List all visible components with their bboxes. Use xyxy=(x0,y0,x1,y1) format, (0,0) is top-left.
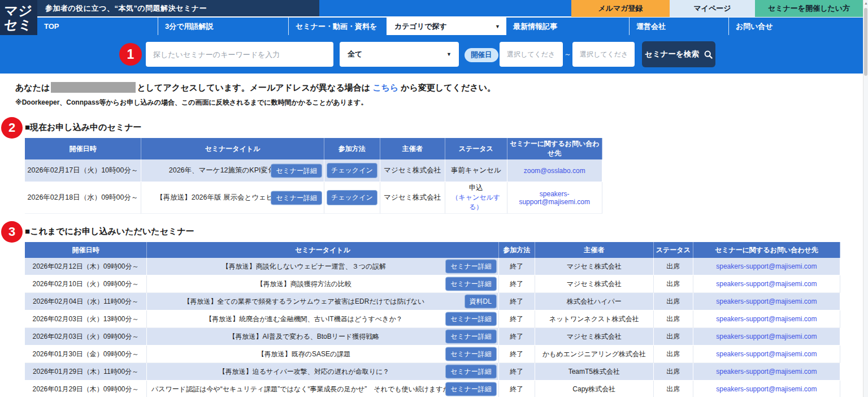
nav-contact[interactable]: お問い合せ xyxy=(729,18,868,35)
seminar-method: 終了 xyxy=(499,363,535,381)
contact-email-link[interactable]: speakers-support@majisemi.com xyxy=(519,190,590,206)
seminar-search-button[interactable]: セミナーを検索 xyxy=(642,41,715,67)
contact-email-link[interactable]: speakers-support@majisemi.com xyxy=(716,385,817,393)
seminar-detail-button[interactable]: セミナー詳細 xyxy=(445,260,497,274)
contact-email-link[interactable]: speakers-support@majisemi.com xyxy=(716,350,817,358)
seminar-host: マジセミ株式会社 xyxy=(535,328,654,346)
col-contact: セミナーに関するお問い合わせ先 xyxy=(507,138,602,159)
col-method: 参加方法 xyxy=(499,242,535,258)
seminar-title: 【再放送】AI普及で変わる、BtoBリード獲得戦略 xyxy=(229,333,380,340)
seminar-detail-button[interactable]: セミナー詳細 xyxy=(271,191,322,205)
table-row: 2026年02月10日（火）09時00分～ 【再放送】商談獲得方法の比較セミナー… xyxy=(25,275,840,293)
contact-email-link[interactable]: zoom@osslabo.com xyxy=(524,167,585,175)
document-download-button[interactable]: 資料DL xyxy=(465,295,497,309)
chevron-down-icon: ▼ xyxy=(446,51,452,57)
category-filter-select[interactable]: 全て ▼ xyxy=(340,42,459,67)
site-tagline: 参加者の役に立つ、“本気”の問題解決セミナー xyxy=(45,3,207,14)
nav-company[interactable]: 運営会社 xyxy=(630,18,729,35)
nav-news[interactable]: 最新情報記事 xyxy=(506,18,630,35)
mypage-button[interactable]: マイページ xyxy=(670,0,755,17)
seminar-search-button-label: セミナーを検索 xyxy=(645,49,699,59)
seminar-date: 2026年02月17日（火）10時00分～ xyxy=(25,159,141,182)
date-to-input[interactable] xyxy=(572,42,635,67)
annotation-badge-3: 3 xyxy=(1,221,23,243)
nav-top[interactable]: TOP xyxy=(37,18,158,35)
seminar-detail-button[interactable]: セミナー詳細 xyxy=(445,312,497,326)
col-host: 主催者 xyxy=(535,242,654,258)
scroll-up-icon[interactable]: ▲ xyxy=(864,1,868,5)
table-row: 2026年02月12日（木）09時00分～ 【再放送】商談化しないウェビナー運営… xyxy=(25,258,840,275)
topbar-filler xyxy=(319,0,571,16)
table-row: 2026年02月03日（火）09時00分～ 【再放送】AI普及で変わる、BtoB… xyxy=(25,328,840,346)
logo-line-1: マジ xyxy=(3,3,34,18)
seminar-method: 終了 xyxy=(499,310,535,328)
seminar-date: 2026年02月03日（火）09時00分～ xyxy=(25,328,147,346)
checkin-button[interactable]: チェックイン xyxy=(327,190,377,205)
col-date: 開催日時 xyxy=(25,242,147,258)
table-row: 2026年02月18日（水）09時00分～ 【再放送】2026年版 展示会とウェ… xyxy=(25,182,602,214)
host-seminar-button[interactable]: セミナーを開催したい方 xyxy=(755,0,863,17)
scrollbar-thumb[interactable] xyxy=(864,8,867,76)
seminar-date: 2026年02月18日（水）09時00分～ xyxy=(25,182,141,214)
main-content: あなたはとしてアクセスしています。メールアドレスが異なる場合はこちらから変更して… xyxy=(0,74,868,397)
seminar-status: 出席 xyxy=(654,275,693,293)
seminar-date: 2026年02月03日（火）13時00分～ xyxy=(25,310,147,328)
annotation-badge-2: 2 xyxy=(1,117,23,139)
keyword-search-input[interactable] xyxy=(146,42,333,67)
seminar-method: 終了 xyxy=(499,293,535,310)
past-seminars-table: 開催日時 セミナータイトル 参加方法 主催者 ステータス セミナーに関するお問い… xyxy=(25,242,840,397)
nav-seminar-media[interactable]: セミナー・動画・資料を xyxy=(289,18,387,35)
col-contact: セミナーに関するお問い合わせ先 xyxy=(693,242,840,258)
nav-category-select[interactable]: カテゴリで探す ▼ xyxy=(387,18,506,35)
date-filter-label: 開催日 xyxy=(465,48,498,62)
date-range-separator: ～ xyxy=(564,49,571,59)
seminar-host: マジセミ株式会社 xyxy=(380,182,445,214)
table-row: 2026年02月04日（水）11時00分～ 【再放送】全ての業界で頻発するランサ… xyxy=(25,293,840,310)
contact-email-link[interactable]: speakers-support@majisemi.com xyxy=(716,262,817,270)
cancel-link[interactable]: （キャンセルする） xyxy=(448,193,505,212)
seminar-method: 終了 xyxy=(499,275,535,293)
change-email-link[interactable]: こちら xyxy=(372,83,398,92)
contact-email-link[interactable]: speakers-support@majisemi.com xyxy=(716,315,817,323)
checkin-button[interactable]: チェックイン xyxy=(327,163,377,178)
vertical-scrollbar[interactable]: ▲ xyxy=(863,0,868,397)
col-host: 主催者 xyxy=(380,138,445,159)
table-header-row: 開催日時 セミナータイトル 参加方法 主催者 ステータス セミナーに関するお問い… xyxy=(25,138,602,159)
seminar-method: 終了 xyxy=(499,381,535,397)
seminar-status: 出席 xyxy=(654,293,693,310)
current-seminars-table: 開催日時 セミナータイトル 参加方法 主催者 ステータス セミナーに関するお問い… xyxy=(25,138,602,214)
contact-email-link[interactable]: speakers-support@majisemi.com xyxy=(716,297,817,305)
table-row: 2026年02月03日（火）13時00分～ 【再放送】統廃合が進む金融機関、古い… xyxy=(25,310,840,328)
nav-category-value: カテゴリで探す xyxy=(394,21,447,32)
seminar-date: 2026年02月04日（水）11時00分～ xyxy=(25,293,147,310)
nav-glossary[interactable]: 3分で用語解説 xyxy=(158,18,289,35)
masked-email xyxy=(51,82,136,93)
contact-email-link[interactable]: speakers-support@majisemi.com xyxy=(716,280,817,288)
seminar-detail-button[interactable]: セミナー詳細 xyxy=(445,365,497,379)
seminar-status: 出席 xyxy=(654,258,693,275)
date-from-input[interactable] xyxy=(500,42,563,67)
seminar-host: マジセミ株式会社 xyxy=(535,258,654,275)
notice-suffix: から変更してください。 xyxy=(401,83,496,92)
contact-email-link[interactable]: speakers-support@majisemi.com xyxy=(716,333,817,340)
search-icon xyxy=(704,50,713,59)
seminar-detail-button[interactable]: セミナー詳細 xyxy=(445,330,497,344)
contact-email-link[interactable]: speakers-support@majisemi.com xyxy=(716,368,817,376)
table-header-row: 開催日時 セミナータイトル 参加方法 主催者 ステータス セミナーに関するお問い… xyxy=(25,242,840,258)
seminar-date: 2026年01月29日（木）11時00分～ xyxy=(25,363,147,381)
site-logo[interactable]: マジ セミ xyxy=(0,0,37,35)
seminar-detail-button[interactable]: セミナー詳細 xyxy=(445,347,497,361)
mailmag-button[interactable]: メルマガ登録 xyxy=(571,0,670,17)
col-status: ステータス xyxy=(445,138,507,159)
seminar-detail-button[interactable]: セミナー詳細 xyxy=(445,277,497,291)
notice-prefix: あなたは xyxy=(15,83,50,92)
seminar-title: 【再放送】全ての業界で頻発するランサムウェア被害はEDRだけでは防げない xyxy=(183,297,424,305)
seminar-detail-button[interactable]: セミナー詳細 xyxy=(445,382,497,396)
seminar-title: 【再放送】商談化しないウェビナー運営、３つの誤解 xyxy=(222,262,387,270)
seminar-method: 終了 xyxy=(499,258,535,275)
table-row: 2026年01月29日（木）09時00分～ パスワード認証は今や“セキュリティ課… xyxy=(25,381,840,397)
annotation-badge-1: 1 xyxy=(119,43,142,66)
seminar-detail-button[interactable]: セミナー詳細 xyxy=(271,163,322,178)
seminar-status: 事前キャンセル xyxy=(445,159,507,182)
seminar-status: 出席 xyxy=(654,381,693,397)
